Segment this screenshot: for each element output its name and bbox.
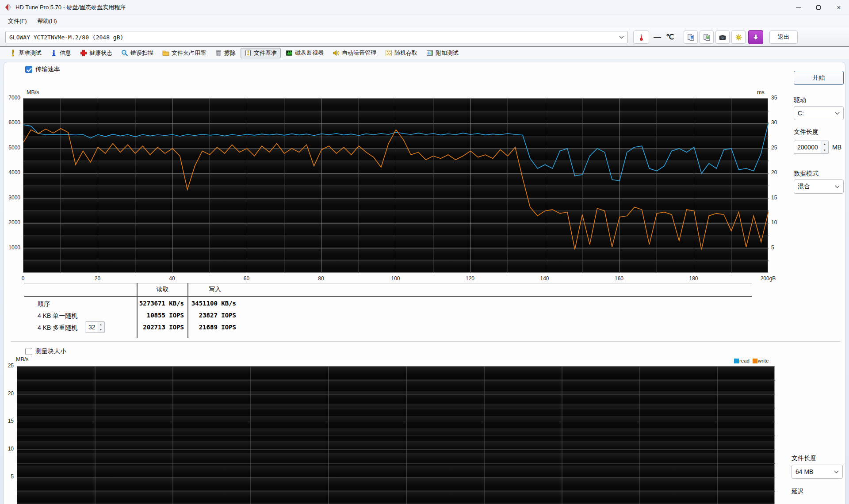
axis-tick-label: 120 — [455, 275, 486, 282]
exit-button-label: 退出 — [778, 33, 789, 41]
app-logo-icon — [4, 4, 12, 11]
file-length-spin-arrows[interactable]: ▲▼ — [821, 141, 829, 154]
minimize-button[interactable] — [788, 0, 808, 15]
file-length2-label: 文件长度 — [792, 454, 816, 462]
data-mode-label: 数据模式 — [794, 170, 818, 178]
tab-error-scan[interactable]: 错误扫描 — [117, 48, 157, 58]
menu-help[interactable]: 帮助(H) — [32, 15, 62, 27]
spin-up-icon[interactable]: ▲ — [821, 141, 828, 147]
results-4k-single-read: 10855 IOPS — [137, 312, 184, 319]
axis-tick-label: 160 — [604, 275, 635, 282]
tab-benchmark[interactable]: 基准测试 — [5, 48, 46, 58]
tab-label: 附加测试 — [436, 49, 459, 57]
temperature-value: — — [654, 33, 663, 42]
chevron-down-icon — [619, 36, 624, 39]
chart2-legend: read write — [734, 358, 769, 363]
results-col-read: 读取 — [138, 286, 187, 294]
chart1-left-unit: MB/s — [27, 89, 39, 95]
tab-label: 擦除 — [224, 49, 236, 57]
latency-label: 延迟 — [792, 488, 804, 496]
exit-button[interactable]: 退出 — [769, 31, 798, 44]
health-icon — [80, 50, 87, 57]
spin-down-icon[interactable]: ▼ — [97, 327, 104, 332]
erase-icon — [215, 50, 222, 57]
drive-letter-select[interactable]: C: — [794, 106, 844, 120]
queue-depth-spinner[interactable]: 32 ▲▼ — [85, 321, 105, 333]
window-title: HD Tune Pro 5.70 - 硬盘/固态硬盘实用程序 — [15, 4, 126, 11]
tab-folder-usage[interactable]: 文件夹占用率 — [158, 48, 210, 58]
copy-text-button[interactable] — [684, 31, 698, 44]
block-size-chart — [17, 366, 775, 504]
file-length-spinner[interactable]: 200000 ▲▼ — [794, 141, 829, 154]
axis-tick-label: 15 — [0, 418, 14, 424]
file-length-label: 文件长度 — [794, 128, 818, 136]
tab-label: 错误扫描 — [130, 49, 153, 57]
title-bar: HD Tune Pro 5.70 - 硬盘/固态硬盘实用程序 × — [0, 0, 849, 15]
tab-aam[interactable]: 自动噪音管理 — [329, 48, 380, 58]
save-results-button[interactable] — [748, 30, 763, 44]
temperature-unit: ℃ — [666, 33, 674, 41]
axis-tick-label: 80 — [306, 275, 337, 282]
transfer-rate-plot — [23, 99, 769, 273]
legend-write-label: write — [758, 358, 769, 363]
legend-read: read — [734, 358, 750, 363]
tab-label: 文件基准 — [254, 49, 277, 57]
tab-label: 信息 — [60, 49, 71, 57]
axis-tick-label: 10 — [0, 446, 14, 452]
minimize-icon — [796, 7, 801, 8]
start-button[interactable]: 开始 — [794, 71, 844, 85]
chart2-left-unit: MB/s — [16, 356, 28, 363]
axis-tick-label: 200gB — [753, 275, 784, 282]
thermometer-icon — [638, 34, 645, 41]
aam-icon — [333, 50, 340, 57]
drive-select[interactable]: GLOWAY YCT2TNVMe-M.2/80 (2048 gB) — [5, 31, 628, 43]
benchmark-icon — [9, 50, 16, 57]
tab-extra-tests[interactable]: 附加测试 — [422, 48, 463, 58]
queue-depth-spin-arrows[interactable]: ▲▼ — [97, 321, 105, 333]
tab-random-access[interactable]: 随机存取 — [381, 48, 421, 58]
tab-health[interactable]: 健康状态 — [76, 48, 116, 58]
copy-image-button[interactable] — [700, 31, 714, 44]
chevron-down-icon — [835, 112, 840, 115]
function-tab-bar: 基准测试 信息 健康状态 错误扫描 文件夹占用率 擦除 文件基准 磁盘监视器 自… — [0, 47, 849, 59]
axis-tick-label: 20 — [771, 169, 789, 176]
block-size-checkbox[interactable] — [25, 348, 32, 355]
axis-tick-label: 20 — [82, 275, 113, 282]
block-size-label: 测量块大小 — [35, 347, 66, 355]
chevron-down-icon — [834, 470, 839, 473]
data-mode-select[interactable]: 混合 — [794, 179, 844, 194]
close-icon: × — [837, 4, 841, 11]
data-mode-value: 混合 — [798, 183, 810, 191]
transfer-rate-checkbox[interactable] — [25, 66, 32, 73]
random-access-icon — [385, 50, 392, 57]
axis-tick-label: 0 — [8, 275, 38, 282]
tab-disk-monitor[interactable]: 磁盘监视器 — [282, 48, 328, 58]
check-icon — [26, 66, 33, 73]
axis-tick-label: 100 — [380, 275, 411, 282]
maximize-button[interactable] — [808, 0, 829, 15]
axis-tick-label: 15 — [771, 195, 789, 201]
spin-down-icon[interactable]: ▼ — [821, 147, 828, 153]
spin-up-icon[interactable]: ▲ — [97, 322, 104, 327]
file-length2-value: 64 MB — [795, 468, 813, 475]
menu-bar: 文件(F) 帮助(H) — [0, 15, 849, 27]
axis-tick-label: 25 — [0, 363, 14, 369]
file-length2-select[interactable]: 64 MB — [792, 465, 843, 479]
drive-toolbar: GLOWAY YCT2TNVMe-M.2/80 (2048 gB) — ℃ — [0, 27, 849, 47]
tab-erase[interactable]: 擦除 — [211, 48, 240, 58]
transfer-rate-chart — [23, 98, 768, 273]
file-length-value[interactable]: 200000 — [794, 141, 821, 154]
results-4k-single-write: 23827 IOPS — [190, 312, 236, 319]
screenshot-button[interactable] — [715, 31, 730, 44]
chart1-right-unit: ms — [757, 89, 765, 95]
close-button[interactable]: × — [829, 0, 849, 15]
tab-label: 文件夹占用率 — [172, 49, 206, 57]
queue-depth-value[interactable]: 32 — [85, 321, 97, 333]
tab-label: 磁盘监视器 — [295, 49, 324, 57]
tab-info[interactable]: 信息 — [46, 48, 75, 58]
options-button[interactable] — [731, 31, 746, 44]
menu-file[interactable]: 文件(F) — [3, 15, 32, 27]
temperature-button[interactable] — [633, 31, 649, 44]
tab-file-benchmark[interactable]: 文件基准 — [241, 48, 281, 58]
axis-tick-label: 40 — [157, 275, 187, 282]
